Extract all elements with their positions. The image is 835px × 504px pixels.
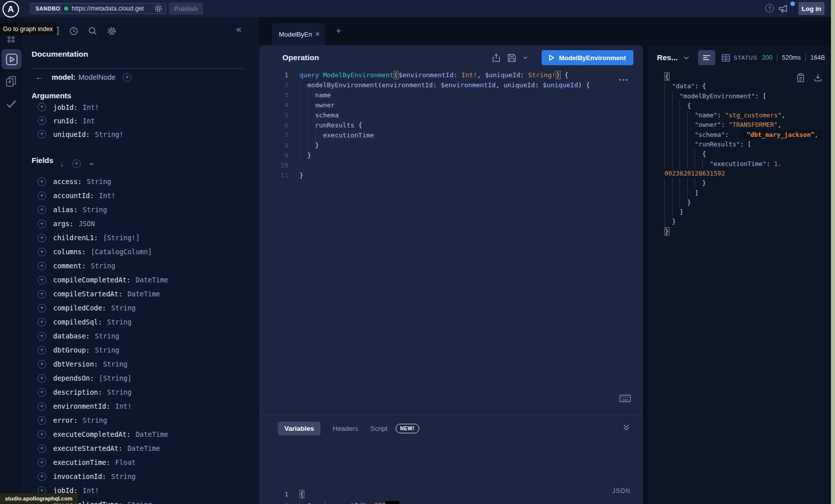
field-type[interactable]: DateTime (127, 290, 160, 298)
variables-editor[interactable]: 1{2"environmentId": 782,3"uniqueId": "mo… (259, 489, 613, 504)
field-type[interactable]: [String] (99, 374, 131, 382)
settings-gear-icon[interactable] (107, 27, 116, 36)
add-field-button[interactable]: + (38, 402, 46, 411)
add-field-button[interactable]: + (38, 458, 46, 467)
field-type[interactable]: Int (83, 117, 95, 125)
argument-row[interactable]: +jobId:Int! (22, 100, 259, 114)
field-type[interactable]: String (103, 360, 127, 368)
add-field-button[interactable]: + (38, 430, 46, 439)
fields-options-chevron-icon[interactable] (89, 162, 94, 165)
field-name[interactable]: alias: (53, 206, 78, 214)
field-type[interactable]: JSON (79, 220, 95, 228)
field-type[interactable]: String (83, 416, 107, 424)
add-field-button[interactable]: + (38, 178, 46, 186)
editor-more-menu[interactable]: ••• (619, 76, 629, 84)
field-name[interactable]: compileStartedAt: (53, 290, 122, 298)
field-row[interactable]: +compiledSql:String (22, 315, 259, 329)
response-chevron-icon[interactable] (684, 56, 689, 60)
field-row[interactable]: +executionTime:Float (22, 455, 259, 469)
field-type[interactable]: Int! (115, 402, 132, 410)
field-name[interactable]: jobId: (53, 103, 78, 111)
field-type[interactable]: String! (95, 130, 123, 138)
add-field-button[interactable]: + (38, 130, 46, 138)
field-type[interactable]: DateTime (135, 430, 168, 438)
add-field-button[interactable]: + (38, 276, 46, 284)
response-title[interactable]: Res... (657, 53, 678, 62)
argument-row[interactable]: +runId:Int (22, 114, 259, 127)
add-all-fields-button[interactable]: + (72, 159, 81, 168)
field-name[interactable]: compiledSql: (53, 318, 102, 326)
publish-button[interactable]: Publish (169, 3, 203, 15)
new-tab-button[interactable]: + (333, 26, 344, 37)
field-row[interactable]: +invocationId:String (22, 469, 259, 483)
field-type[interactable]: String (83, 206, 107, 214)
argument-row[interactable]: +uniqueId:String! (22, 127, 259, 141)
run-operation-button[interactable]: ModelByEnvironment (542, 50, 633, 65)
field-name[interactable]: accountId: (53, 192, 94, 200)
add-field-button[interactable]: + (38, 332, 46, 341)
add-type-button[interactable]: + (123, 73, 131, 82)
field-name[interactable]: uniqueId: (53, 130, 90, 138)
add-field-button[interactable]: + (38, 304, 46, 312)
field-type[interactable]: Float (115, 458, 136, 466)
field-name[interactable]: dependsOn: (53, 374, 94, 382)
help-icon[interactable]: ? (765, 4, 774, 13)
field-row[interactable]: +access:String (22, 175, 259, 189)
field-name[interactable]: compiledCode: (53, 304, 106, 312)
endpoint-settings-icon[interactable] (154, 5, 162, 13)
field-type[interactable]: Int! (83, 103, 99, 111)
add-field-button[interactable]: + (38, 206, 46, 214)
login-button[interactable]: Log in (798, 2, 824, 15)
operation-editor[interactable]: 1query ModelByEnvironment($environmentId… (259, 70, 643, 181)
tab-script[interactable]: Script (370, 425, 388, 432)
field-type[interactable]: DateTime (135, 276, 168, 284)
field-name[interactable]: access: (53, 178, 82, 186)
collapse-variables-icon[interactable] (623, 424, 630, 431)
collapse-sidebar-icon[interactable]: « (236, 24, 242, 35)
field-row[interactable]: +compileCompletedAt:DateTime (22, 273, 259, 287)
field-row[interactable]: +compileStartedAt:DateTime (22, 287, 259, 301)
rail-item-checks[interactable] (0, 99, 22, 108)
field-row[interactable]: +dbtGroup:String (22, 343, 259, 357)
field-type[interactable]: String (87, 178, 111, 186)
apollo-logo-icon[interactable]: A (3, 1, 19, 18)
add-field-button[interactable]: + (38, 262, 46, 270)
field-row[interactable]: +dependsOn:[String] (22, 371, 259, 385)
field-name[interactable]: description: (53, 388, 102, 396)
field-name[interactable]: database: (53, 332, 90, 340)
field-type[interactable]: [CatalogColumn] (91, 248, 152, 256)
field-type[interactable]: String (111, 304, 136, 312)
tab-variables[interactable]: Variables (278, 422, 320, 435)
add-field-button[interactable]: + (38, 416, 46, 425)
add-field-button[interactable]: + (38, 472, 46, 481)
table-view-toggle[interactable] (722, 54, 730, 62)
sort-fields-icon[interactable]: ↓ (60, 160, 64, 168)
share-operation-icon[interactable] (492, 53, 500, 62)
field-name[interactable]: dbtVersion: (53, 360, 98, 368)
rail-item-explorer[interactable] (2, 49, 22, 69)
field-row[interactable]: +accountId:Int! (22, 189, 259, 203)
add-field-button[interactable]: + (38, 116, 46, 125)
field-type[interactable]: [String!] (103, 234, 139, 242)
save-operation-icon[interactable] (508, 54, 516, 62)
field-row[interactable]: +comment:String (22, 259, 259, 273)
field-type[interactable]: String (95, 346, 119, 354)
field-row[interactable]: +environmentId:Int! (22, 399, 259, 413)
field-row[interactable]: +error:String (22, 413, 259, 427)
field-name[interactable]: error: (53, 416, 78, 424)
field-row[interactable]: +compiledCode:String (22, 301, 259, 315)
add-field-button[interactable]: + (38, 318, 46, 326)
add-field-button[interactable]: + (38, 234, 46, 242)
close-tab-icon[interactable]: ✕ (315, 31, 320, 38)
endpoint-url-input[interactable]: https://metadata.cloud.get (61, 3, 166, 14)
field-name[interactable]: args: (53, 220, 74, 228)
endpoint-url-text[interactable]: https://metadata.cloud.get (72, 5, 151, 12)
field-type[interactable]: String (111, 472, 136, 480)
field-name[interactable]: environmentId: (53, 402, 110, 410)
tab-headers[interactable]: Headers (332, 425, 358, 432)
field-row[interactable]: +database:String (22, 329, 259, 343)
rail-item-schema[interactable] (0, 75, 22, 87)
keyboard-shortcuts-icon[interactable] (619, 395, 631, 402)
field-name[interactable]: compileCompletedAt: (53, 276, 130, 284)
back-arrow-icon[interactable]: ← (35, 73, 43, 82)
